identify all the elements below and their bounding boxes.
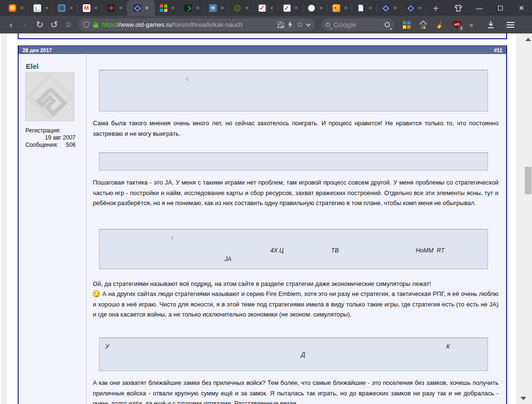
browser-tab-5[interactable]: × xyxy=(102,0,127,16)
shield-icon[interactable] xyxy=(83,21,89,28)
user-column-separator xyxy=(86,55,87,404)
smiley-icon xyxy=(93,290,100,297)
red-club-favicon xyxy=(107,4,115,12)
browser-tab-16[interactable]: × xyxy=(377,0,402,16)
qr-grid-icon[interactable] xyxy=(277,22,284,28)
bookmark-star-icon[interactable]: ☆ xyxy=(61,21,76,29)
post-date: 28 дек 2017 xyxy=(22,47,52,53)
browser-tab-15[interactable]: × xyxy=(352,0,377,16)
orange-favicon xyxy=(332,4,340,12)
tab-close-icon[interactable]: × xyxy=(295,5,299,11)
overflow-menu-button[interactable]: » xyxy=(469,21,473,29)
browser-tab-7[interactable]: × xyxy=(155,0,180,16)
browser-tab-17[interactable]: × xyxy=(402,0,427,16)
browser-tab-9[interactable]: × xyxy=(204,0,229,16)
tab-close-icon[interactable]: × xyxy=(344,5,348,11)
checkbox-favicon xyxy=(283,4,291,12)
ublock-extension-icon[interactable]: uO 3 xyxy=(453,21,461,29)
tab-close-icon[interactable]: × xyxy=(20,5,24,11)
broom-extension-icon[interactable] xyxy=(436,21,444,29)
forward-button[interactable]: › xyxy=(18,20,33,29)
search-submit-icon[interactable] xyxy=(385,22,390,27)
tab-close-icon[interactable]: × xyxy=(270,5,274,11)
quote-fragment: У xyxy=(105,343,109,350)
white-circle-favicon xyxy=(308,4,315,12)
green-dark-favicon xyxy=(184,4,192,12)
tab-close-icon[interactable]: × xyxy=(94,5,98,11)
tab-close-icon[interactable]: × xyxy=(145,5,149,11)
scrollbar-down-arrow[interactable] xyxy=(521,397,526,400)
tab-close-icon[interactable]: × xyxy=(69,5,73,11)
tab-close-icon[interactable]: × xyxy=(171,5,175,11)
hamburger-menu-icon[interactable] xyxy=(507,22,514,23)
browser-tab-8[interactable]: × xyxy=(179,0,204,16)
document-favicon xyxy=(357,4,365,12)
browser-tab-6[interactable]: × xyxy=(127,0,155,16)
lock-icon[interactable] xyxy=(93,22,99,28)
new-tab-button[interactable]: + xyxy=(426,1,445,16)
blue-photo-favicon xyxy=(58,4,66,12)
quote-fragment: ТВ xyxy=(331,247,339,254)
scrollbar-track[interactable] xyxy=(516,33,532,404)
browser-tab-1[interactable]: × xyxy=(4,0,29,16)
web-page: 28 дек 2017 #11 Elel Регистрация: 19 авг… xyxy=(0,33,532,404)
quote-block-4: У К Д xyxy=(99,338,488,371)
maximize-icon xyxy=(498,6,503,11)
downloads-icon[interactable] xyxy=(487,21,495,29)
tab-close-icon[interactable]: × xyxy=(319,5,323,11)
post-paragraph-3-line1: Ой, да стратегиями называют всё подряд, … xyxy=(93,279,499,289)
browser-tab-10[interactable]: × xyxy=(229,0,254,16)
old-games-favicon xyxy=(407,4,414,12)
quote-block-2 xyxy=(99,153,488,171)
browser-tab-14[interactable]: × xyxy=(328,0,353,16)
home-colors-extension-icon[interactable] xyxy=(419,21,428,29)
post-paragraph-3-rest: А на других сайтах люди стратегиями назы… xyxy=(93,289,499,320)
tab-close-icon[interactable]: × xyxy=(418,5,422,11)
tab-close-icon[interactable]: × xyxy=(221,5,224,11)
search-box[interactable]: Google xyxy=(321,18,394,31)
back-button[interactable]: ‹ xyxy=(4,20,18,29)
quote-block-3: ↑ 4X Ц ТВ НоММ RT JA xyxy=(99,229,488,269)
quote-fragment: 4X Ц xyxy=(270,247,284,254)
gmail-favicon xyxy=(83,4,90,12)
browser-tab-11[interactable]: × xyxy=(254,0,278,16)
tab-close-icon[interactable]: × xyxy=(45,5,49,11)
scrollbar-thumb[interactable] xyxy=(525,167,532,194)
tab-close-icon[interactable]: × xyxy=(368,5,372,11)
radar-favicon xyxy=(233,4,241,12)
chevron-down-icon[interactable] xyxy=(306,22,311,26)
url-star-icon[interactable]: ☆ xyxy=(296,21,303,29)
close-window-button[interactable]: ✕ xyxy=(511,0,532,16)
tab-close-icon[interactable]: × xyxy=(196,5,200,11)
tab-close-icon[interactable]: × xyxy=(119,5,122,11)
minimize-button[interactable]: — xyxy=(469,0,490,16)
tab-close-icon[interactable]: × xyxy=(393,5,397,11)
post-number[interactable]: #11 xyxy=(494,47,502,53)
url-bar[interactable]: https://www.old-games.ru/forum/threads/k… xyxy=(78,18,315,31)
quote-source-arrow[interactable]: ↑ xyxy=(171,234,174,241)
window-controls: — ✕ xyxy=(448,0,532,16)
quote-fragment: К xyxy=(446,343,450,350)
username-link[interactable]: Elel xyxy=(26,62,39,70)
shirt-icon[interactable] xyxy=(448,0,469,16)
forum-post: 28 дек 2017 #11 Elel Регистрация: 19 авг… xyxy=(18,45,507,404)
scrollbar-up-arrow[interactable] xyxy=(525,38,531,41)
undo-button[interactable]: ↺ xyxy=(47,20,61,29)
grid-extension-icon[interactable] xyxy=(403,21,410,29)
avatar[interactable] xyxy=(25,72,74,121)
previous-post-bottom xyxy=(18,33,507,39)
reload-button[interactable]: ↻ xyxy=(33,20,47,29)
quote-source-arrow[interactable]: ↑ xyxy=(186,75,189,82)
messages-count[interactable]: 506 xyxy=(66,142,76,149)
old-games-logo xyxy=(27,74,73,120)
post-paragraph-4: А как они захватят ближайшие замки без п… xyxy=(93,378,499,404)
browser-tab-13[interactable]: × xyxy=(303,0,328,16)
browser-window: ××××××××××××××××× + — ✕ ‹ › ↻ ↺ ☆ https:… xyxy=(0,0,532,404)
maximize-button[interactable] xyxy=(490,0,511,16)
lightning-icon[interactable] xyxy=(288,21,293,28)
browser-tab-4[interactable]: × xyxy=(78,0,103,16)
tab-close-icon[interactable]: × xyxy=(245,5,249,11)
browser-tab-2[interactable]: × xyxy=(29,0,54,16)
browser-tab-12[interactable]: × xyxy=(278,0,303,16)
browser-tab-3[interactable]: × xyxy=(53,0,78,16)
